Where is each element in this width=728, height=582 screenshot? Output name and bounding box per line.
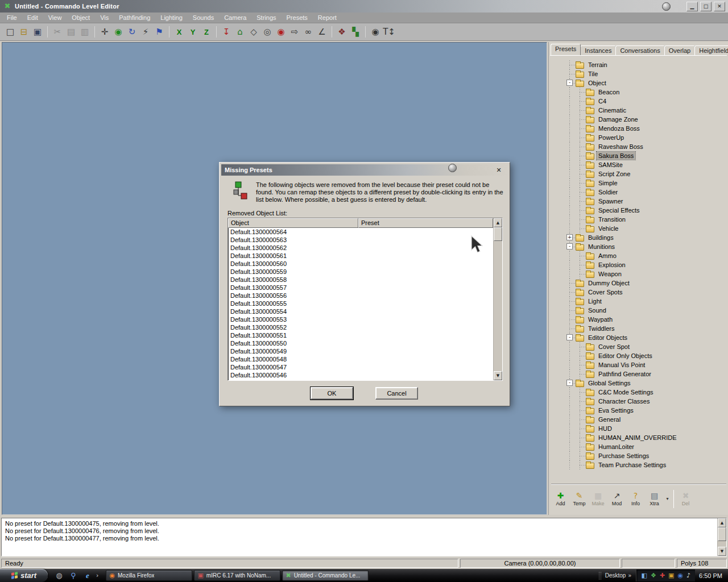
- tray-icon-2[interactable]: ❖: [651, 572, 656, 579]
- open-folder-button[interactable]: ⊟: [17, 25, 31, 39]
- temp-button[interactable]: ✎Temp: [570, 488, 589, 510]
- xtra-button[interactable]: ▤Xtra: [645, 488, 664, 510]
- collapse-icon[interactable]: -: [566, 334, 573, 340]
- tree-item-human-anim-override[interactable]: HUMAN_ANIM_OVERRIDE: [565, 433, 727, 442]
- removed-object-row[interactable]: Default.1300000552: [228, 323, 493, 331]
- tree-item-editor-objects[interactable]: -Editor Objects: [565, 333, 727, 342]
- scroll-down-icon[interactable]: ▼: [494, 371, 502, 380]
- tree-item-c-c-mode-settings[interactable]: C&C Mode Settings: [565, 388, 727, 397]
- tree-item-team-purchase-settings[interactable]: Team Purchase Settings: [565, 460, 727, 469]
- xtra-dropdown-icon[interactable]: ▾: [664, 496, 671, 501]
- save-file-button[interactable]: ▣: [31, 25, 44, 39]
- removed-object-row[interactable]: Default.1300000551: [228, 331, 493, 339]
- tree-item-character-classes[interactable]: Character Classes: [565, 397, 727, 406]
- scrollbar-thumb[interactable]: [494, 227, 502, 241]
- task-commando-editor[interactable]: ✖Untitled - Commando Le...: [282, 570, 369, 581]
- vis-point-tool-button[interactable]: ◎: [260, 25, 274, 39]
- tree-item-raveshaw-boss[interactable]: Raveshaw Boss: [565, 142, 727, 151]
- badge-tool-button[interactable]: ❖: [335, 25, 349, 39]
- minimize-button[interactable]: ▁: [686, 2, 698, 11]
- ok-button[interactable]: OK: [311, 387, 353, 400]
- collapse-icon[interactable]: -: [566, 80, 573, 86]
- menu-strings[interactable]: Strings: [251, 13, 281, 22]
- info-button[interactable]: ?Info: [626, 488, 645, 510]
- toolbar-grip[interactable]: [599, 572, 601, 580]
- tray-icon-1[interactable]: ◧: [641, 572, 647, 579]
- menu-object[interactable]: Object: [67, 13, 95, 22]
- vis-eye-toggle-button[interactable]: ◉: [111, 25, 125, 39]
- tree-item-powerup[interactable]: PowerUp: [565, 133, 727, 142]
- tab-presets[interactable]: Presets: [551, 44, 581, 55]
- tree-item-dummy-object[interactable]: Dummy Object: [565, 278, 727, 288]
- tree-item-purchase-settings[interactable]: Purchase Settings: [565, 451, 727, 460]
- tree-item-editor-only-objects[interactable]: Editor Only Objects: [565, 351, 727, 360]
- menu-vis[interactable]: Vis: [95, 13, 114, 22]
- removed-object-row[interactable]: Default.1300000554: [228, 307, 493, 315]
- maximize-button[interactable]: □: [700, 2, 712, 11]
- axis-y-button[interactable]: Y: [186, 25, 200, 39]
- tree-item-c4[interactable]: C4: [565, 97, 727, 106]
- vehicle-tool-button[interactable]: ∞: [301, 25, 315, 39]
- desktop-chevron-icon[interactable]: »: [628, 572, 631, 579]
- scroll-up-icon[interactable]: ▲: [494, 218, 502, 227]
- tree-item-spawner[interactable]: Spawner: [565, 197, 727, 206]
- tray-icon-5[interactable]: ◉: [677, 572, 683, 579]
- text-tool-button[interactable]: T↕: [382, 25, 396, 39]
- tree-item-sakura-boss[interactable]: Sakura Boss: [565, 151, 727, 160]
- column-header-preset[interactable]: Preset: [358, 218, 493, 228]
- tree-item-soldier[interactable]: Soldier: [565, 188, 727, 197]
- tree-item-beacon[interactable]: Beacon: [565, 88, 727, 97]
- menu-report[interactable]: Report: [313, 13, 342, 22]
- task-mozilla-firefox[interactable]: ◉Mozilla Firefox: [106, 570, 192, 581]
- tree-item-cinematic[interactable]: Cinematic: [565, 106, 727, 115]
- start-button[interactable]: start: [0, 569, 48, 582]
- bounding-box-tool-button[interactable]: ◇: [247, 25, 260, 39]
- tree-item-waypath[interactable]: Waypath: [565, 315, 727, 324]
- camera-eye-tool-button[interactable]: ◉: [369, 25, 382, 39]
- menu-lighting[interactable]: Lighting: [155, 13, 188, 22]
- list-scrollbar[interactable]: ▲ ▼: [493, 218, 502, 380]
- comment-flag-tool-button[interactable]: ⚑: [152, 25, 166, 39]
- collapse-icon[interactable]: -: [566, 380, 573, 386]
- tree-item-object[interactable]: -Object: [565, 78, 727, 88]
- menu-camera[interactable]: Camera: [219, 13, 251, 22]
- add-button[interactable]: ✚Add: [551, 488, 570, 510]
- tree-item-terrain[interactable]: Terrain: [565, 60, 727, 69]
- menu-file[interactable]: File: [2, 13, 22, 22]
- removed-object-row[interactable]: Default.1300000558: [228, 276, 493, 284]
- quicklaunch-medal-icon[interactable]: ◍: [54, 571, 64, 581]
- tree-item-munitions[interactable]: -Munitions: [565, 242, 727, 251]
- column-header-object[interactable]: Object: [228, 218, 358, 228]
- goto-location-tool-button[interactable]: ⇨: [288, 25, 301, 39]
- rotate-tool-button[interactable]: ↻: [125, 25, 139, 39]
- tree-item-special-effects[interactable]: Special Effects: [565, 206, 727, 215]
- quicklaunch-internet-explorer-icon[interactable]: e: [82, 571, 93, 581]
- tree-item-vehicle[interactable]: Vehicle: [565, 224, 727, 233]
- tree-item-explosion[interactable]: Explosion: [565, 260, 727, 269]
- angle-tool-button[interactable]: ∠: [315, 25, 329, 39]
- removed-object-row[interactable]: Default.1300000559: [228, 268, 493, 276]
- tree-item-cover-spot[interactable]: Cover Spot: [565, 342, 727, 351]
- tray-icon-6[interactable]: ♪: [686, 572, 690, 579]
- desktop-toolbar-label[interactable]: Desktop: [605, 572, 626, 579]
- tree-item-buildings[interactable]: +Buildings: [565, 233, 727, 242]
- target-tool-button[interactable]: ◉: [274, 25, 288, 39]
- tree-item-mendoza-boss[interactable]: Mendoza Boss: [565, 124, 727, 133]
- expand-icon[interactable]: +: [566, 234, 573, 240]
- menu-sounds[interactable]: Sounds: [188, 13, 219, 22]
- removed-object-row[interactable]: Default.1300000555: [228, 300, 493, 307]
- tree-item-hud[interactable]: HUD: [565, 424, 727, 433]
- menu-pathfinding[interactable]: Pathfinding: [114, 13, 155, 22]
- tree-item-general[interactable]: General: [565, 415, 727, 424]
- log-scrollbar[interactable]: ▲ ▼: [717, 518, 726, 556]
- removed-object-row[interactable]: Default.1300000553: [228, 315, 493, 323]
- removed-object-row[interactable]: Default.1300000562: [228, 244, 493, 252]
- removed-object-row[interactable]: Default.1300000556: [228, 292, 493, 300]
- axis-z-button[interactable]: Z: [200, 25, 213, 39]
- drop-to-ground-button[interactable]: ↧: [220, 25, 233, 39]
- tray-icon-3[interactable]: ✚: [660, 572, 665, 579]
- new-file-button[interactable]: □: [3, 25, 17, 39]
- removed-object-row[interactable]: Default.1300000564: [228, 228, 493, 236]
- removed-object-row[interactable]: Default.1300000561: [228, 252, 493, 260]
- scroll-down-icon[interactable]: ▼: [718, 547, 726, 556]
